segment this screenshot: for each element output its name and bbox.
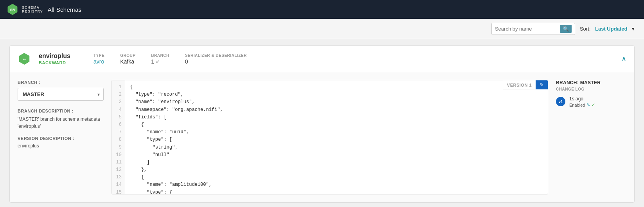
branch-select[interactable]: MASTER [18,88,104,101]
v1-time: 1s ago [569,96,595,102]
group-block: GROUP Kafka [120,53,135,65]
search-button[interactable]: 🔍 [560,25,572,33]
code-panel: VERSION 1 ✎ 123456789101112131415 { "typ… [112,80,548,194]
group-label: GROUP [120,53,135,58]
sort-label: Sort: [580,26,590,32]
v1-edit-icon[interactable]: ✎ [586,102,590,107]
branch-icon: ↙ [156,58,160,64]
v1-check-icon[interactable]: ✓ [592,102,595,107]
branch-block: BRANCH 1 ↙ [151,53,169,65]
schema-body: BRANCH : MASTER ▾ BRANCH DESCRIPTION : '… [10,72,634,202]
v1-badge: v1 [556,97,565,106]
branch-value: 1 ↙ [151,58,169,65]
version-desc-text: enviroplus [18,143,104,149]
schema-meta: TYPE avro GROUP Kafka BRANCH 1 ↙ SERIALI… [94,53,613,65]
branch-label: BRANCH [151,53,169,58]
sort-arrow-icon: ▾ [632,26,635,32]
schema-compat: BACKWARD [39,60,86,65]
type-value: avro [94,58,104,65]
search-input[interactable] [495,26,558,32]
schema-card: ← enviroplus BACKWARD TYPE avro GROUP Ka… [9,45,635,203]
serializer-value: 0 [185,58,247,65]
branch-desc-label: BRANCH DESCRIPTION : [18,109,104,113]
right-branch-title: BRANCH: MASTER [556,80,626,85]
topbar: SR SCHEMA REGISTRY All Schemas [0,0,644,19]
right-panel: BRANCH: MASTER CHANGE LOG v1 1s ago Enab… [548,80,626,194]
type-label: TYPE [94,53,104,58]
serializer-block: SERIALIZER & DESERIALIZER 0 [185,53,247,65]
serializer-label: SERIALIZER & DESERIALIZER [185,53,247,58]
branch-desc-text: 'MASTER' branch for schema metadata 'env… [18,116,104,130]
v1-status: Enabled ✎ ✓ [569,102,595,107]
line-numbers: 123456789101112131415 [112,80,125,194]
group-value: Kafka [120,58,135,65]
version-entry: v1 1s ago Enabled ✎ ✓ [556,96,626,107]
collapse-button[interactable]: ∧ [621,54,626,63]
version-label: VERSION 1 [503,81,536,89]
schema-registry-logo: SR [6,3,19,16]
schema-name: enviroplus [39,53,86,60]
left-panel: BRANCH : MASTER ▾ BRANCH DESCRIPTION : '… [18,80,112,194]
page-title: All Schemas [48,6,82,13]
code-area: 123456789101112131415 { "type": "record"… [112,80,548,194]
schema-header: ← enviroplus BACKWARD TYPE avro GROUP Ka… [10,46,634,72]
search-box: 🔍 [491,23,575,35]
svg-text:←: ← [22,56,27,62]
version-bar: VERSION 1 ✎ [503,80,548,89]
main-content: ← enviroplus BACKWARD TYPE avro GROUP Ka… [0,39,644,207]
branch-select-wrapper: MASTER ▾ [18,88,104,101]
sort-button[interactable]: Sort: Last Updated ▾ [580,26,635,32]
version-desc-label: VERSION DESCRIPTION : [18,136,104,141]
type-block: TYPE avro [94,53,104,65]
code-content: { "type": "record", "name": "enviroplus"… [125,80,548,194]
v1-info: 1s ago Enabled ✎ ✓ [569,96,595,107]
back-button[interactable]: ← [18,52,31,65]
svg-text:SR: SR [10,8,15,12]
logo-area: SR SCHEMA REGISTRY [6,3,43,16]
schema-name-block: enviroplus BACKWARD [39,53,86,65]
branch-field-label: BRANCH : [18,80,104,85]
sort-value: Last Updated [595,26,627,32]
changelog-label: CHANGE LOG [556,87,626,91]
toolbar: 🔍 Sort: Last Updated ▾ [0,19,644,39]
version-edit-button[interactable]: ✎ [536,80,548,89]
